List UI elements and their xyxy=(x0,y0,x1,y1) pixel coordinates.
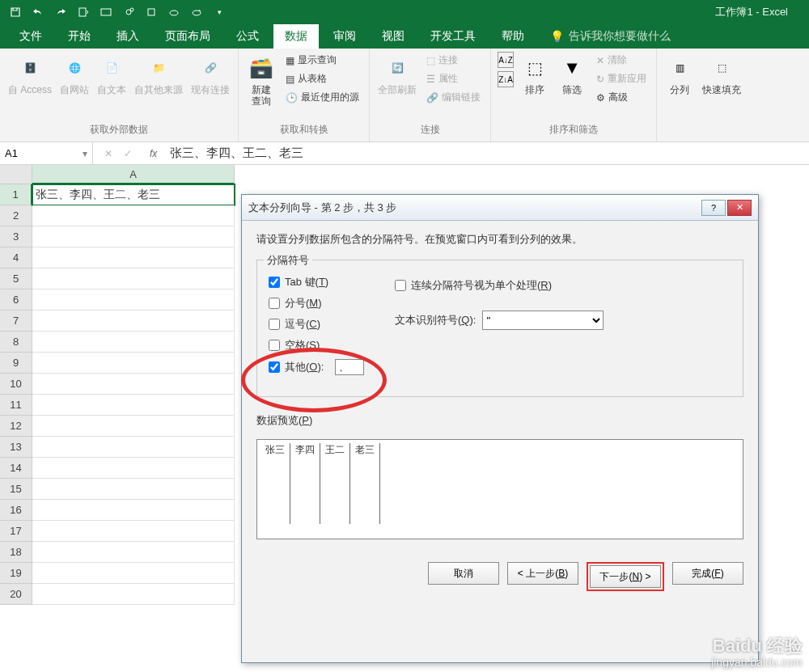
fx-icon[interactable]: fx xyxy=(143,148,163,159)
next-button[interactable]: 下一步(N) > xyxy=(590,565,661,588)
text-qualifier-select[interactable]: " xyxy=(482,311,604,330)
row-header-20[interactable]: 20 xyxy=(0,584,32,605)
space-checkbox[interactable] xyxy=(269,340,280,351)
flash-fill-button[interactable]: ⬚快速填充 xyxy=(701,52,743,97)
cell-A4[interactable] xyxy=(32,247,235,268)
cell-A2[interactable] xyxy=(32,205,235,226)
row-header-7[interactable]: 7 xyxy=(0,311,32,332)
cell-A6[interactable] xyxy=(32,290,235,311)
cell-A17[interactable] xyxy=(32,521,235,542)
refresh-all-button[interactable]: 🔄全部刷新 xyxy=(376,52,418,97)
semicolon-checkbox[interactable] xyxy=(269,298,280,309)
new-query-button[interactable]: 🗃️新建 查询 xyxy=(245,52,277,109)
connections-button[interactable]: ⬚连接 xyxy=(423,52,484,69)
recent-sources-button[interactable]: 🕒最近使用的源 xyxy=(282,89,362,106)
properties-button[interactable]: ☰属性 xyxy=(423,70,484,87)
formula-input[interactable]: 张三、李四、王二、老三 xyxy=(163,146,809,161)
row-header-9[interactable]: 9 xyxy=(0,353,32,374)
row-header-12[interactable]: 12 xyxy=(0,416,32,437)
row-header-15[interactable]: 15 xyxy=(0,479,32,500)
cell-A7[interactable] xyxy=(32,311,235,332)
cancel-entry-icon[interactable]: ✕ xyxy=(104,148,112,159)
edit-links-button[interactable]: 🔗编辑链接 xyxy=(423,89,484,106)
tab-formula[interactable]: 公式 xyxy=(225,24,270,49)
consecutive-checkbox[interactable] xyxy=(395,280,406,291)
filter-button[interactable]: ▼筛选 xyxy=(556,52,588,97)
accept-entry-icon[interactable]: ✓ xyxy=(124,148,132,159)
from-other-button[interactable]: 📁自其他来源 xyxy=(133,52,184,97)
tab-file[interactable]: 文件 xyxy=(8,24,53,49)
advanced-button[interactable]: ⚙高级 xyxy=(593,89,650,106)
cell-A9[interactable] xyxy=(32,353,235,374)
sort-button[interactable]: ⬚排序 xyxy=(519,52,551,97)
from-table-button[interactable]: ▤从表格 xyxy=(282,70,362,87)
col-header-A[interactable]: A xyxy=(32,165,235,184)
qat-more-icon[interactable]: ▾ xyxy=(209,2,230,22)
existing-conn-button[interactable]: 🔗现有连接 xyxy=(189,52,231,97)
preview-box[interactable]: 张三李四王二老三 xyxy=(256,439,743,539)
other-delimiter-input[interactable] xyxy=(335,359,364,375)
tab-dev[interactable]: 开发工具 xyxy=(419,24,487,49)
save-icon[interactable] xyxy=(5,2,26,22)
row-header-16[interactable]: 16 xyxy=(0,500,32,521)
qat-icon-7[interactable] xyxy=(141,2,162,22)
cancel-button[interactable]: 取消 xyxy=(428,562,499,585)
cell-A16[interactable] xyxy=(32,500,235,521)
row-header-13[interactable]: 13 xyxy=(0,437,32,458)
row-header-18[interactable]: 18 xyxy=(0,542,32,563)
from-text-button[interactable]: 📄自文本 xyxy=(95,52,128,97)
tab-tellme[interactable]: 💡 告诉我你想要做什么 xyxy=(539,24,682,49)
row-header-17[interactable]: 17 xyxy=(0,521,32,542)
row-header-6[interactable]: 6 xyxy=(0,290,32,311)
row-header-2[interactable]: 2 xyxy=(0,205,32,226)
name-box-input[interactable] xyxy=(5,147,70,159)
from-access-button[interactable]: 🗄️自 Access xyxy=(6,52,53,97)
undo-icon[interactable] xyxy=(28,2,49,22)
tab-layout[interactable]: 页面布局 xyxy=(154,24,222,49)
cell-A1[interactable]: 张三、李四、王二、老三 xyxy=(32,184,235,205)
select-all-corner[interactable] xyxy=(0,165,32,184)
tab-home[interactable]: 开始 xyxy=(57,24,102,49)
redo-icon[interactable] xyxy=(50,2,71,22)
qat-icon-9[interactable] xyxy=(186,2,207,22)
cell-A19[interactable] xyxy=(32,563,235,584)
cell-A11[interactable] xyxy=(32,395,235,416)
tab-data[interactable]: 数据 xyxy=(273,24,319,49)
tab-review[interactable]: 审阅 xyxy=(322,24,367,49)
reapply-button[interactable]: ↻重新应用 xyxy=(593,70,650,87)
qat-icon-4[interactable] xyxy=(73,2,94,22)
row-header-14[interactable]: 14 xyxy=(0,458,32,479)
sort-asc-button[interactable]: A↓Z xyxy=(498,52,514,68)
comma-checkbox[interactable] xyxy=(269,319,280,330)
row-header-4[interactable]: 4 xyxy=(0,247,32,268)
tab-view[interactable]: 视图 xyxy=(371,24,416,49)
cell-A10[interactable] xyxy=(32,374,235,395)
tab-checkbox[interactable] xyxy=(269,277,280,288)
qat-icon-8[interactable] xyxy=(163,2,184,22)
cell-A15[interactable] xyxy=(32,479,235,500)
other-checkbox[interactable] xyxy=(269,361,280,373)
row-header-10[interactable]: 10 xyxy=(0,374,32,395)
row-header-5[interactable]: 5 xyxy=(0,268,32,290)
cell-A20[interactable] xyxy=(32,584,235,605)
qat-icon-5[interactable] xyxy=(95,2,116,22)
finish-button[interactable]: 完成(F) xyxy=(672,562,743,585)
cell-A12[interactable] xyxy=(32,416,235,437)
tab-help[interactable]: 帮助 xyxy=(490,24,536,49)
cell-A8[interactable] xyxy=(32,332,235,353)
from-web-button[interactable]: 🌐自网站 xyxy=(58,52,91,97)
dialog-close-button[interactable]: ✕ xyxy=(727,200,752,216)
name-box[interactable]: ▾ xyxy=(0,142,93,164)
cell-A3[interactable] xyxy=(32,226,235,247)
show-query-button[interactable]: ▦显示查询 xyxy=(282,52,362,69)
tab-insert[interactable]: 插入 xyxy=(105,24,150,49)
dialog-help-button[interactable]: ? xyxy=(701,200,726,216)
cell-A14[interactable] xyxy=(32,458,235,479)
row-header-19[interactable]: 19 xyxy=(0,563,32,584)
cell-A5[interactable] xyxy=(32,268,235,290)
qat-icon-6[interactable] xyxy=(118,2,139,22)
text-to-columns-button[interactable]: ▥分列 xyxy=(663,52,696,97)
dialog-titlebar[interactable]: 文本分列向导 - 第 2 步，共 3 步 ? ✕ xyxy=(242,195,758,221)
back-button[interactable]: < 上一步(B) xyxy=(507,562,578,585)
row-header-3[interactable]: 3 xyxy=(0,226,32,247)
